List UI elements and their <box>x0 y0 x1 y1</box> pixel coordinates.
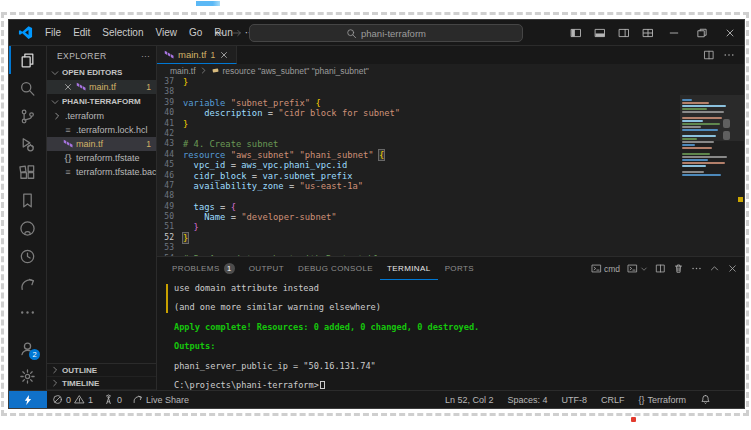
minimap[interactable] <box>682 99 738 185</box>
cursor-position[interactable]: Ln 52, Col 2 <box>438 395 501 405</box>
code-text: cidr_block = var.subnet_prefix <box>183 171 353 181</box>
file-item-terraform.tfstate.backup[interactable]: ≡terraform.tfstate.backup <box>47 165 156 179</box>
code-text: Name = "developer-subnet" <box>183 212 337 222</box>
menu-view[interactable]: View <box>150 24 184 41</box>
encoding[interactable]: UTF-8 <box>554 395 594 405</box>
panel-tab-problems[interactable]: PROBLEMS1 <box>165 257 242 280</box>
accounts-button[interactable]: 2 <box>9 334 46 362</box>
toggle-panel-button[interactable] <box>588 20 612 46</box>
breadcrumb-symbol[interactable]: resource "aws_subnet" "phani_subnet" <box>223 66 369 76</box>
code-line: 44resource "aws_subnet" "phani_subnet" { <box>157 150 674 160</box>
file-item-.terraform.lock.hcl[interactable]: ≡.terraform.lock.hcl <box>47 123 156 137</box>
toggle-secondary-sidebar-button[interactable] <box>612 20 636 46</box>
chevron-up-icon[interactable] <box>709 263 720 274</box>
activity-github[interactable] <box>9 214 46 242</box>
minimize-button[interactable] <box>660 20 688 46</box>
activity-live-share[interactable] <box>9 270 46 298</box>
remote-indicator[interactable] <box>9 391 47 408</box>
customize-layout-button[interactable] <box>636 20 660 46</box>
activity-explorer[interactable] <box>9 46 46 74</box>
problems-status[interactable]: 0 1 <box>47 391 98 408</box>
tab-warning-badge: 1 <box>211 50 216 60</box>
panel-tab-output[interactable]: OUTPUT <box>242 257 291 280</box>
outline-header[interactable]: OUTLINE <box>47 364 156 377</box>
file-name: main.tf <box>76 139 103 149</box>
ports-status[interactable]: 0 <box>98 391 127 408</box>
tab-main.tf[interactable]: main.tf1 <box>157 46 237 64</box>
menu-edit[interactable]: Edit <box>67 24 96 41</box>
minimap-line <box>682 108 707 110</box>
activity-run-debug[interactable] <box>9 130 46 158</box>
code-line: 52} <box>157 233 674 243</box>
source-control-icon <box>19 108 36 125</box>
activity-source-control[interactable] <box>9 102 46 130</box>
open-editor-main.tf[interactable]: main.tf1 <box>47 80 156 94</box>
activity-search[interactable] <box>9 74 46 102</box>
code-text: description = "cidr block for subnet" <box>183 108 400 118</box>
indentation[interactable]: Spaces: 4 <box>500 395 554 405</box>
editor-more-actions-icon[interactable] <box>723 49 735 61</box>
panel-tab-ports[interactable]: PORTS <box>438 257 481 280</box>
live-share-status[interactable]: Live Share <box>127 391 194 408</box>
line-number: 54 <box>157 254 183 256</box>
eol-sequence[interactable]: CRLF <box>594 395 632 405</box>
account-badge: 2 <box>29 349 40 360</box>
file-item-main.tf[interactable]: main.tf1 <box>47 137 156 151</box>
close-icon <box>219 50 229 60</box>
activity-extensions[interactable] <box>9 158 46 186</box>
split-terminal-icon[interactable] <box>655 263 666 274</box>
chevron-right-icon <box>52 111 62 121</box>
file-item-terraform.tfstate[interactable]: {}terraform.tfstate <box>47 151 156 165</box>
timeline-header[interactable]: TIMELINE <box>47 377 156 390</box>
explorer-more-actions-icon[interactable]: ⋯ <box>141 51 150 61</box>
forward-arrow-icon[interactable] <box>231 27 243 39</box>
search-icon <box>346 28 357 39</box>
run-debug-icon <box>19 136 36 153</box>
breadcrumb-file[interactable]: main.tf <box>170 66 196 76</box>
panel-more-actions-icon[interactable] <box>691 263 702 274</box>
file-name: terraform.tfstate.backup <box>76 167 156 177</box>
restore-button[interactable] <box>688 20 716 46</box>
line-number: 40 <box>157 108 183 118</box>
sidebar-title: EXPLORER <box>57 51 107 61</box>
code-line: 51 } <box>157 222 674 232</box>
line-number: 53 <box>157 243 183 253</box>
launch-profile-button[interactable] <box>627 263 648 274</box>
search-input[interactable]: phani-terraform <box>249 24 523 42</box>
panel-tab-debug-console[interactable]: DEBUG CONSOLE <box>291 257 380 280</box>
activity-bookmarks[interactable] <box>9 186 46 214</box>
workspace-header[interactable]: PHANI-TERRAFORM <box>47 94 156 109</box>
toggle-sidebar-button[interactable] <box>564 20 588 46</box>
line-number: 44 <box>157 150 183 160</box>
ellipsis-icon <box>19 304 36 321</box>
minimap-line <box>682 111 724 113</box>
activity-timer[interactable] <box>9 242 46 270</box>
code-editor[interactable]: 37}3839variable "subnet_prefix" {40 desc… <box>157 77 744 256</box>
menu-file[interactable]: File <box>39 24 67 41</box>
open-editors-header[interactable]: OPEN EDITORS <box>47 65 156 80</box>
activity-more[interactable] <box>9 298 46 326</box>
code-text: variable "subnet_prefix" { <box>183 98 321 108</box>
line-number: 50 <box>157 212 183 222</box>
minimap-line <box>682 150 738 152</box>
breadcrumb: main.tf resource "aws_subnet" "phani_sub… <box>157 64 744 77</box>
menu-selection[interactable]: Selection <box>96 24 149 41</box>
split-editor-icon[interactable] <box>703 49 715 61</box>
minimap-line <box>682 117 722 119</box>
close-button[interactable] <box>716 20 744 46</box>
line-number: 39 <box>157 98 183 108</box>
vscode-logo-icon <box>18 25 33 40</box>
minimap-line <box>682 120 703 122</box>
terminal-box-icon <box>627 263 638 274</box>
language-mode[interactable]: {} Terraform <box>631 395 693 405</box>
trash-icon[interactable] <box>673 263 684 274</box>
terminal-profile[interactable]: cmd <box>591 263 620 274</box>
panel-tab-terminal[interactable]: TERMINAL <box>380 257 438 280</box>
settings-button[interactable] <box>9 362 46 390</box>
terminal[interactable]: use domain attribute instead(and one mor… <box>157 280 744 390</box>
menu-go[interactable]: Go <box>183 24 208 41</box>
notifications-bell[interactable] <box>693 394 718 405</box>
back-arrow-icon[interactable] <box>213 27 225 39</box>
file-item-.terraform[interactable]: .terraform <box>47 109 156 123</box>
close-panel-icon[interactable] <box>727 263 738 274</box>
